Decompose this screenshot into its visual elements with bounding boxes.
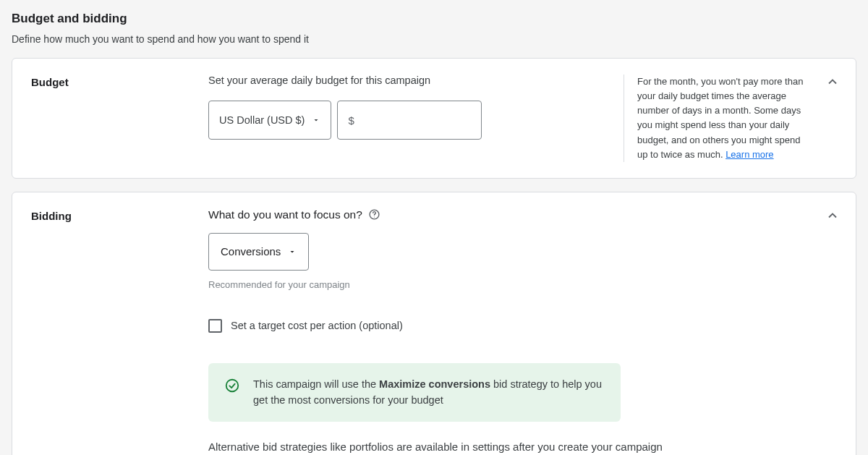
collapse-bidding-button[interactable]	[822, 205, 843, 226]
svg-point-1	[374, 217, 375, 218]
budget-help-aside: For the month, you won't pay more than y…	[624, 75, 808, 162]
currency-select[interactable]: US Dollar (USD $)	[208, 101, 331, 140]
help-icon[interactable]	[368, 208, 380, 221]
caret-down-icon	[312, 116, 320, 124]
focus-select[interactable]: Conversions	[208, 233, 309, 271]
chevron-up-icon	[825, 75, 840, 89]
bidding-section-label: Bidding	[31, 208, 208, 222]
caret-down-icon	[288, 247, 297, 256]
learn-more-link[interactable]: Learn more	[726, 149, 773, 160]
focus-select-label: Conversions	[221, 245, 281, 258]
target-cpa-row: Set a target cost per action (optional)	[208, 319, 837, 333]
strategy-callout: This campaign will use the Maximize conv…	[208, 363, 621, 422]
chevron-up-icon	[825, 208, 840, 223]
collapse-budget-button[interactable]	[822, 72, 843, 92]
svg-point-2	[226, 380, 239, 392]
budget-card: Budget Set your average daily budget for…	[12, 58, 856, 179]
bidding-card: Bidding What do you want to focus on? Co…	[12, 192, 856, 455]
currency-prefix: $	[348, 114, 354, 127]
budget-amount-input[interactable]	[360, 114, 472, 127]
target-cpa-checkbox[interactable]	[208, 319, 222, 333]
page-subtitle: Define how much you want to spend and ho…	[12, 33, 856, 45]
recommended-text: Recommended for your campaign	[208, 279, 837, 290]
budget-section-label: Budget	[31, 75, 208, 88]
focus-question-row: What do you want to focus on?	[208, 208, 837, 221]
budget-instruction: Set your average daily budget for this c…	[208, 75, 602, 86]
focus-question-text: What do you want to focus on?	[208, 208, 362, 221]
check-circle-icon	[224, 378, 240, 396]
page-title: Budget and bidding	[12, 12, 856, 26]
strategy-callout-text: This campaign will use the Maximize conv…	[253, 376, 605, 409]
budget-help-text: For the month, you won't pay more than y…	[637, 76, 803, 160]
alternative-strategies-note: Alternative bid strategies like portfoli…	[208, 441, 837, 453]
budget-amount-field-wrapper: $	[337, 101, 482, 140]
currency-select-label: US Dollar (USD $)	[219, 114, 305, 126]
target-cpa-label: Set a target cost per action (optional)	[231, 320, 403, 331]
